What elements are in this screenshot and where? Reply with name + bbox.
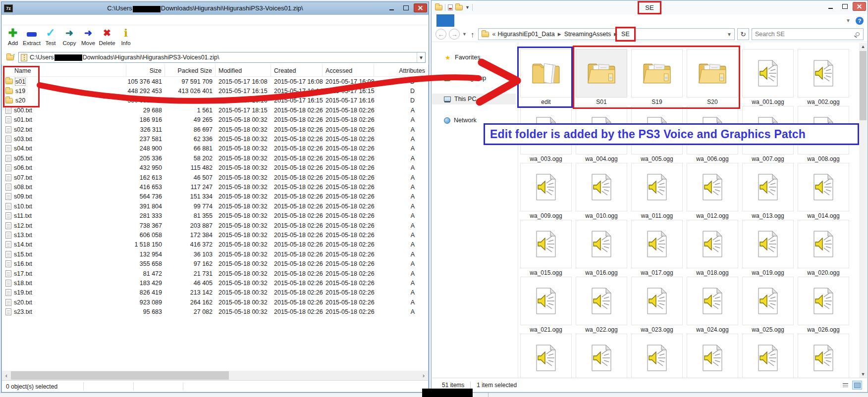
horizontal-scrollbar[interactable]: ‹ › [2,371,428,380]
column-header-created[interactable]: Created [271,65,323,76]
file-row[interactable]: s23.txt 95 683 27 082 2015-05-18 00:32 2… [1,307,429,316]
breadcrumb-collapse[interactable]: « [492,31,495,38]
file-tile[interactable]: wa_021.ogg [520,277,572,334]
maximize-button[interactable] [399,3,413,12]
address-dropdown-icon[interactable]: ▼ [725,29,734,39]
file-tile-box[interactable] [576,334,627,378]
file-row[interactable]: s02.txt 326 311 86 697 2015-05-18 00:32 … [1,125,429,134]
file-tile[interactable] [520,334,572,378]
toolbar-button[interactable]: Move [79,26,98,46]
file-tile-box[interactable] [520,220,572,268]
file-row[interactable]: s13.txt 606 058 172 384 2015-05-18 00:32… [1,230,429,240]
file-tile[interactable]: wa_020.ogg [798,220,849,277]
toolbar-button[interactable]: Delete [98,26,116,46]
file-row[interactable]: s06.txt 432 950 115 482 2015-05-18 00:32… [1,163,429,173]
parent-folder-button[interactable]: ↑ [4,52,15,63]
file-tile[interactable] [687,334,738,378]
file-row[interactable]: s11.txt 281 333 81 355 2015-05-18 00:32 … [1,211,429,220]
file-tile[interactable]: wa_002.ogg [798,49,849,106]
file-tile-box[interactable] [520,334,572,378]
file-row[interactable]: s08.txt 416 653 117 247 2015-05-18 00:32… [1,182,429,192]
sidebar-item[interactable]: This PC [432,94,516,104]
file-tile[interactable]: wa_024.ogg [687,277,738,334]
file-tile-box[interactable] [742,334,794,378]
file-tile-box[interactable] [520,277,572,325]
file-tile[interactable]: wa_025.ogg [742,277,794,334]
file-tile[interactable]: wa_014.ogg [798,163,849,220]
file-row[interactable]: s15.txt 132 954 36 103 2015-05-18 00:32 … [1,249,429,259]
scroll-up-icon[interactable]: ▲ [859,43,867,50]
file-tile[interactable] [742,334,794,378]
maximize-button[interactable] [838,2,852,11]
scroll-right-icon[interactable]: › [419,371,428,380]
file-tile[interactable]: wa_017.ogg [631,220,683,277]
file-tile[interactable]: wa_011.ogg [631,163,683,220]
file-row[interactable]: s19 448 292 453 413 026 401 2015-05-17 1… [1,86,429,96]
up-button[interactable]: ↑ [471,30,475,39]
explorer-titlebar[interactable]: ▼ SE [432,0,868,14]
sidebar-item[interactable]: Homegroup [432,73,516,84]
file-tile[interactable]: wa_019.ogg [742,220,794,277]
minimize-button[interactable] [385,3,398,12]
recent-locations-icon[interactable]: ▼ [462,32,467,37]
column-header-modified[interactable]: Modified [216,65,271,76]
column-header-packed-size[interactable]: Packed Size [165,65,216,76]
file-row[interactable]: s01.txt 186 916 49 265 2015-05-18 00:32 … [1,115,429,125]
address-bar[interactable]: « HigurashiEp01_Data ▶ StreamingAssets ▶… [478,28,735,40]
sevenzip-titlebar[interactable]: 7z C:\UsersDownloads\Higurashi\Higurashi… [1,2,429,15]
scroll-down-icon[interactable]: ▼ [859,371,867,378]
vertical-scrollbar[interactable]: ▲ ▼ [859,43,867,378]
file-tile-box[interactable] [798,163,849,211]
ribbon-tab[interactable] [468,14,482,27]
scrollbar-thumb[interactable] [860,51,867,120]
close-button[interactable] [414,3,427,12]
file-row[interactable]: s18.txt 183 429 46 405 2015-05-18 00:32 … [1,278,429,288]
file-tile[interactable]: wa_016.ogg [576,220,627,277]
minimize-button[interactable] [824,2,837,11]
refresh-button[interactable]: ↻ [737,28,749,40]
sidebar-item[interactable]: Favorites [432,52,516,63]
file-row[interactable]: s12.txt 738 367 203 887 2015-05-18 00:32… [1,221,429,230]
back-button[interactable]: ← [435,29,446,40]
file-row[interactable]: s20.txt 923 089 264 162 2015-05-18 00:32… [1,298,429,307]
column-header-size[interactable]: Size [126,65,165,76]
file-tile-box[interactable] [798,49,849,98]
file-tile[interactable]: wa_010.ogg [576,163,627,220]
chevron-right-icon[interactable]: ▶ [558,32,561,37]
file-tile-box[interactable] [576,163,627,211]
toolbar-button[interactable]: Add [3,26,22,46]
file-tile-box[interactable] [631,49,683,98]
file-tile-box[interactable] [631,163,683,211]
file-tile-box[interactable] [742,163,794,211]
toolbar-button[interactable]: Test [41,26,60,46]
file-row[interactable]: s10.txt 391 804 99 774 2015-05-18 00:32 … [1,201,429,211]
close-button[interactable] [853,2,866,11]
breadcrumb-item[interactable]: StreamingAssets [564,31,611,38]
file-row[interactable]: s04.txt 248 900 66 881 2015-05-18 00:32 … [1,144,429,153]
file-tile[interactable] [798,334,849,378]
file-row[interactable]: s14.txt 1 518 150 416 372 2015-05-18 00:… [1,240,429,249]
file-tile[interactable]: wa_022.ogg [576,277,627,334]
file-row[interactable]: s17.txt 81 472 21 731 2015-05-18 00:32 2… [1,269,429,278]
file-tile[interactable]: S20 [687,49,738,106]
thumbnail-view-button[interactable] [852,381,862,390]
file-tile-box[interactable] [576,220,627,268]
file-tile-box[interactable] [631,220,683,268]
file-row[interactable]: s05.txt 205 336 58 202 2015-05-18 00:32 … [1,153,429,163]
file-tile[interactable]: wa_009.ogg [520,163,572,220]
file-tile-box[interactable] [742,49,794,98]
ribbon-tab[interactable] [454,14,468,27]
file-tile[interactable]: wa_013.ogg [742,163,794,220]
column-header-accessed[interactable]: Accessed [323,65,374,76]
file-tile-box[interactable] [576,49,627,98]
file-tile-box[interactable] [798,277,849,325]
search-input[interactable] [752,31,841,38]
file-tile[interactable]: wa_001.ogg [742,49,794,106]
breadcrumb-item[interactable]: HigurashiEp01_Data [497,31,554,38]
file-row[interactable]: s19.txt 826 419 213 142 2015-05-18 00:32… [1,288,429,298]
file-tile-box[interactable] [687,334,738,378]
file-tile-box[interactable] [631,334,683,378]
file-tile-box[interactable] [631,277,683,325]
file-row[interactable]: s09.txt 564 736 151 334 2015-05-18 00:32… [1,192,429,201]
file-tile[interactable] [576,334,627,378]
